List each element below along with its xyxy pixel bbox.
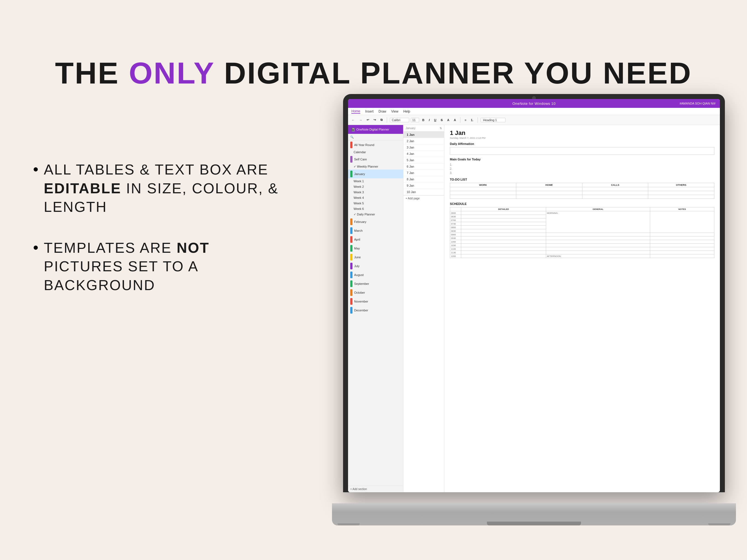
general-0900[interactable] <box>546 233 650 236</box>
menu-insert[interactable]: Insert <box>365 109 374 113</box>
section-august[interactable]: August <box>348 270 403 279</box>
detailed-1130[interactable] <box>461 251 546 255</box>
section-march[interactable]: March <box>348 226 403 235</box>
section-february[interactable]: February <box>348 217 403 226</box>
page-item-3jan[interactable]: 3 Jan <box>403 144 444 151</box>
notes-1000[interactable] <box>650 240 714 244</box>
notes-1100[interactable] <box>650 247 714 251</box>
section-daily-planner[interactable]: ✓ Daily Planner <box>348 212 403 217</box>
sidebar-notebook-name[interactable]: OneNote Digital Planner <box>356 128 389 131</box>
page-item-4jan[interactable]: 4 Jan <box>403 151 444 157</box>
main-content-area[interactable]: 1 Jan Sunday, March 7, 2021 2:13 PM Dail… <box>444 125 720 492</box>
page-item-7jan[interactable]: 7 Jan <box>403 170 444 176</box>
section-december[interactable]: December <box>348 306 403 315</box>
notes-0930[interactable] <box>650 236 714 240</box>
toolbar-bullets[interactable]: ≡ <box>463 118 468 122</box>
affirmation-box[interactable] <box>450 147 714 155</box>
toolbar-redo[interactable]: ↪ <box>372 117 377 122</box>
detailed-0600[interactable] <box>461 211 546 215</box>
todo-others-cell[interactable] <box>648 187 714 191</box>
section-may[interactable]: May <box>348 244 403 253</box>
page-item-10jan[interactable]: 10 Jan <box>403 189 444 195</box>
section-week3[interactable]: Week 3 <box>348 189 403 195</box>
toolbar-size-selector[interactable]: 11 <box>411 118 419 122</box>
general-afternoon[interactable]: AFTERNOON: <box>546 255 650 258</box>
todo-work-cell[interactable] <box>450 187 516 191</box>
toolbar-heading-selector[interactable]: Heading 1 <box>481 118 506 122</box>
add-section-button[interactable]: + Add section <box>350 487 367 490</box>
section-november[interactable]: November <box>348 297 403 306</box>
toolbar-back[interactable]: ← <box>350 118 356 122</box>
detailed-1000[interactable] <box>461 240 546 244</box>
section-week6[interactable]: Week 6 <box>348 206 403 212</box>
section-self-care[interactable]: Self Care <box>348 155 403 164</box>
todo-others-cell-2[interactable] <box>648 191 714 195</box>
todo-home-cell-3[interactable] <box>516 195 582 199</box>
detailed-0830[interactable] <box>461 229 546 233</box>
add-page-button[interactable]: + Add page <box>403 195 444 201</box>
toolbar-underline[interactable]: U <box>433 118 438 122</box>
page-item-6jan[interactable]: 6 Jan <box>403 163 444 170</box>
detailed-0730[interactable] <box>461 222 546 226</box>
general-1000[interactable] <box>546 240 650 244</box>
toolbar-numbering[interactable]: 1. <box>469 118 475 122</box>
section-january[interactable]: January <box>348 169 403 178</box>
page-list-sort-icon[interactable]: ⇅ <box>440 127 442 130</box>
detailed-1100[interactable] <box>461 247 546 251</box>
section-september[interactable]: September <box>348 279 403 288</box>
detailed-1030[interactable] <box>461 244 546 247</box>
page-item-5jan[interactable]: 5 Jan <box>403 157 444 163</box>
detailed-0930[interactable] <box>461 236 546 240</box>
sidebar-search[interactable]: 🔍 <box>348 134 403 140</box>
todo-home-cell-2[interactable] <box>516 191 582 195</box>
section-july[interactable]: July <box>348 262 403 270</box>
notes-1200[interactable] <box>650 255 714 258</box>
detailed-0800[interactable] <box>461 226 546 229</box>
toolbar-fontcolor[interactable]: A <box>452 118 457 122</box>
notes-1130[interactable] <box>650 251 714 255</box>
menu-help[interactable]: Help <box>403 109 410 113</box>
toolbar-copy[interactable]: ⧉ <box>379 117 384 122</box>
general-1100[interactable] <box>546 247 650 251</box>
general-1130[interactable] <box>546 251 650 255</box>
general-0930[interactable] <box>546 236 650 240</box>
general-morning[interactable]: MORNING: <box>546 211 650 233</box>
section-calendar[interactable]: Calendar <box>348 149 403 155</box>
page-item-1jan[interactable]: 1 Jan <box>403 132 444 138</box>
todo-calls-cell-3[interactable] <box>582 195 648 199</box>
general-1030[interactable] <box>546 244 650 247</box>
toolbar-font-selector[interactable]: Calibri <box>390 118 409 122</box>
toolbar-forward[interactable]: → <box>358 118 364 122</box>
section-june[interactable]: June <box>348 253 403 262</box>
toolbar-bold[interactable]: B <box>421 118 426 122</box>
section-april[interactable]: April <box>348 235 403 244</box>
todo-work-cell-2[interactable] <box>450 191 516 195</box>
todo-work-cell-3[interactable] <box>450 195 516 199</box>
todo-others-cell-3[interactable] <box>648 195 714 199</box>
toolbar-highlight[interactable]: A <box>446 118 451 122</box>
todo-home-cell[interactable] <box>516 187 582 191</box>
section-weekly-planner[interactable]: ✓ Weekly Planner <box>348 164 403 169</box>
todo-calls-cell-2[interactable] <box>582 191 648 195</box>
section-week2[interactable]: Week 2 <box>348 184 403 189</box>
detailed-0630[interactable] <box>461 215 546 218</box>
toolbar-undo[interactable]: ↩ <box>365 117 370 122</box>
section-week4[interactable]: Week 4 <box>348 195 403 201</box>
page-item-2jan[interactable]: 2 Jan <box>403 138 444 144</box>
notes-0900[interactable] <box>650 233 714 236</box>
page-item-9jan[interactable]: 9 Jan <box>403 183 444 189</box>
notes-1030[interactable] <box>650 244 714 247</box>
page-item-8jan[interactable]: 8 Jan <box>403 176 444 183</box>
section-october[interactable]: October <box>348 288 403 297</box>
menu-home[interactable]: Home <box>351 109 360 114</box>
menu-draw[interactable]: Draw <box>379 109 386 113</box>
detailed-0700[interactable] <box>461 218 546 222</box>
section-all-year-round[interactable]: All Year Round <box>348 140 403 149</box>
toolbar-italic[interactable]: I <box>428 118 431 122</box>
section-week5[interactable]: Week 5 <box>348 201 403 206</box>
detailed-1200[interactable] <box>461 255 546 258</box>
toolbar-strikethrough[interactable]: S <box>439 118 444 122</box>
todo-calls-cell[interactable] <box>582 187 648 191</box>
menu-view[interactable]: View <box>391 109 398 113</box>
detailed-0900[interactable] <box>461 233 546 236</box>
